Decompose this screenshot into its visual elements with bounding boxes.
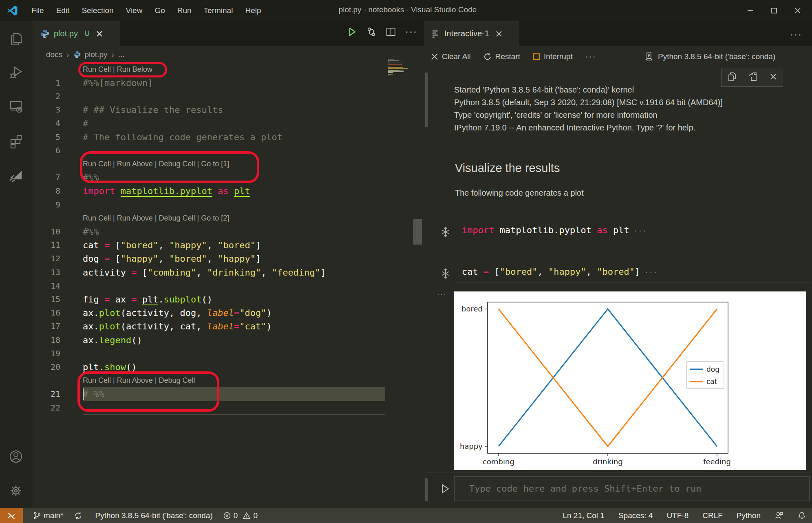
code-line: 19 (33, 347, 413, 361)
editor-group-divider[interactable] (413, 46, 413, 508)
clear-all-label: Clear All (442, 52, 471, 61)
remote-explorer-icon[interactable] (9, 99, 24, 114)
plot-svg: combingdrinkingfeedingboredhappydogcat (454, 291, 806, 470)
restart-button[interactable]: Restart (483, 52, 520, 61)
breadcrumb-item[interactable]: docs (46, 50, 62, 59)
code-line: 17ax.plot(activity, cat, label="cat") (33, 320, 413, 333)
status-item[interactable]: CRLF (702, 511, 723, 520)
kernel-message: Type 'copyright', 'credits' or 'license'… (454, 110, 658, 120)
menu-help[interactable]: Help (239, 0, 267, 21)
toolbar-more-icon[interactable]: ··· (585, 51, 596, 62)
remote-indicator[interactable] (0, 508, 23, 523)
cell-separator (455, 282, 810, 283)
annotation-red-circle-1 (78, 62, 167, 77)
line-number: 9 (33, 198, 60, 212)
open-changes-icon[interactable] (366, 26, 377, 39)
branch-icon (33, 512, 41, 520)
kernel-message: IPython 7.19.0 -- An enhanced Interactiv… (454, 123, 695, 132)
close-output-icon[interactable] (769, 73, 777, 82)
sync-icon (74, 511, 83, 520)
panel-more-icon[interactable]: ··· (790, 29, 802, 40)
status-item[interactable]: UTF-8 (666, 511, 688, 520)
status-item[interactable]: Ln 21, Col 1 (563, 511, 604, 520)
input-placeholder: Type code here and press Shift+Enter to … (469, 483, 702, 494)
kernel-selector[interactable]: Python 3.8.5 64-bit ('base': conda) (644, 46, 775, 67)
code-line: 15fig = ax = plt.subplot() (33, 293, 413, 307)
editor-scrollbar-thumb[interactable] (413, 219, 422, 245)
split-editor-icon[interactable] (386, 26, 396, 39)
menu-file[interactable]: File (25, 0, 50, 21)
input-separator (424, 472, 812, 472)
run-file-icon[interactable] (346, 26, 357, 39)
plot-cell-more-icon[interactable]: ··· (437, 290, 447, 299)
problems-indicator[interactable]: 0 0 (223, 511, 258, 520)
breadcrumb[interactable]: docs›plot.py›... (46, 48, 125, 62)
line-number: 14 (33, 279, 60, 293)
line-number: 3 (33, 103, 60, 117)
line-number: 19 (33, 347, 60, 360)
menu-selection[interactable]: Selection (75, 0, 119, 21)
code-line: 14 (33, 279, 413, 293)
annotation-red-circle-3 (77, 371, 219, 412)
account-icon[interactable] (9, 450, 24, 464)
notifications-bell-icon[interactable] (797, 511, 806, 520)
run-debug-icon[interactable] (9, 65, 24, 80)
git-branch-indicator[interactable]: main* (33, 511, 64, 520)
interrupt-button[interactable]: Interrupt (532, 52, 573, 61)
more-actions-icon[interactable]: ··· (405, 26, 417, 39)
export-icon[interactable] (748, 71, 759, 84)
markdown-heading: Visualize the results (455, 161, 560, 175)
line-number: 10 (33, 225, 60, 238)
breadcrumb-item[interactable]: plot.py (84, 50, 107, 59)
cell-code: import matplotlib.pyplot as plt ··· (462, 225, 647, 235)
code-line: 8import matplotlib.pyplot as plt (33, 184, 413, 198)
explorer-icon[interactable] (9, 31, 24, 46)
tab-interactive-1[interactable]: Interactive-1 (424, 21, 519, 46)
codelens-actions[interactable]: Run Cell | Run Above | Debug Cell | Go t… (83, 212, 229, 225)
line-number: 20 (33, 360, 60, 374)
copy-icon[interactable] (727, 71, 737, 84)
markdown-text: The following code generates a plot (455, 188, 584, 198)
line-number: 15 (33, 293, 60, 306)
menu-terminal[interactable]: Terminal (198, 0, 239, 21)
vscode-window: FileEditSelectionViewGoRunTerminalHelp p… (0, 0, 812, 523)
editor-actions: ··· (346, 26, 417, 39)
restart-icon (483, 52, 492, 61)
tab-plot-py[interactable]: plot.py U (33, 21, 120, 46)
menu-view[interactable]: View (120, 0, 149, 21)
close-button[interactable] (786, 0, 810, 21)
publish-icon[interactable] (9, 168, 24, 183)
extensions-icon[interactable] (9, 134, 24, 149)
minimap[interactable] (388, 59, 413, 77)
code-line: 11cat = ["bored", "happy", "bored"] (33, 238, 413, 252)
svg-text:combing: combing (483, 457, 514, 466)
interactive-scrollbar-thumb[interactable] (425, 73, 428, 127)
tab-close-icon[interactable] (96, 31, 103, 37)
settings-gear-icon[interactable] (9, 484, 24, 499)
menu-run[interactable]: Run (171, 0, 198, 21)
code-line: 9 (33, 198, 413, 212)
status-item[interactable]: Spaces: 4 (618, 511, 653, 520)
clear-icon (430, 53, 439, 61)
feedback-icon[interactable] (774, 511, 783, 520)
clear-all-button[interactable]: Clear All (430, 52, 471, 61)
input-scrollbar-thumb[interactable] (425, 478, 428, 501)
minimize-button[interactable] (739, 0, 762, 21)
run-input-icon[interactable] (439, 483, 451, 497)
menu-go[interactable]: Go (148, 0, 171, 21)
code-input-field[interactable]: Type code here and press Shift+Enter to … (454, 476, 810, 501)
interrupt-label: Interrupt (544, 52, 573, 61)
code-line: 16ax.plot(activity, dog, label="dog") (33, 306, 413, 320)
python-interpreter-indicator[interactable]: Python 3.8.5 64-bit ('base': conda) (95, 511, 213, 520)
breadcrumb-item[interactable]: ... (118, 50, 125, 59)
status-item[interactable]: Python (737, 511, 761, 520)
menu-edit[interactable]: Edit (50, 0, 76, 21)
tab-label: plot.py (54, 29, 78, 38)
maximize-button[interactable] (762, 0, 786, 21)
drag-cell-icon[interactable] (440, 226, 451, 239)
tab-close-icon[interactable] (496, 31, 502, 37)
drag-cell-icon[interactable] (440, 268, 451, 281)
codelens-row[interactable]: Run Cell | Run Above | Debug Cell | Go t… (33, 212, 413, 225)
sync-indicator[interactable] (74, 511, 85, 520)
line-number: 13 (33, 266, 60, 279)
